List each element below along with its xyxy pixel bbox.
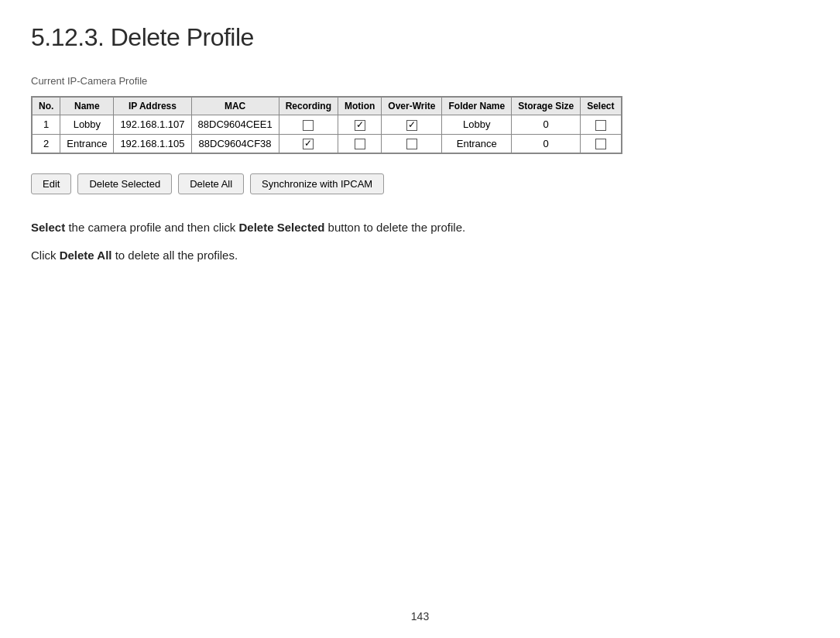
col-header-overwrite: Over-Write — [382, 98, 442, 115]
action-buttons-row: Edit Delete Selected Delete All Synchron… — [31, 173, 809, 194]
motion-checkbox[interactable] — [355, 120, 365, 131]
page-number: 143 — [411, 610, 429, 623]
select-bold: Select — [31, 221, 65, 234]
col-header-motion: Motion — [338, 98, 382, 115]
camera-profile-table: No. Name IP Address MAC Recording Motion… — [32, 97, 622, 153]
col-header-ip: IP Address — [114, 98, 191, 115]
cell-recording[interactable] — [279, 134, 338, 153]
cell-motion[interactable] — [338, 134, 382, 153]
motion-checkbox[interactable] — [355, 139, 365, 149]
description-line-1: Select the camera profile and then click… — [31, 218, 809, 238]
edit-button[interactable]: Edit — [31, 173, 71, 194]
table-row: 1Lobby192.168.1.10788DC9604CEE1Lobby0 — [33, 115, 622, 135]
camera-profile-table-container: No. Name IP Address MAC Recording Motion… — [31, 96, 622, 154]
delete-selected-button[interactable]: Delete Selected — [77, 173, 172, 194]
delete-selected-bold: Delete Selected — [239, 221, 325, 234]
table-row: 2Entrance192.168.1.10588DC9604CF38Entran… — [33, 134, 622, 153]
desc-text-1: the camera profile and then click — [68, 221, 238, 234]
overwrite-checkbox[interactable] — [406, 139, 417, 149]
cell-overwrite[interactable] — [382, 134, 442, 153]
cell-motion[interactable] — [338, 115, 382, 135]
cell-select[interactable] — [581, 134, 621, 153]
cell-storage: 0 — [512, 134, 581, 153]
cell-ip: 192.168.1.107 — [114, 115, 191, 135]
desc-text-4: to delete all the profiles. — [115, 249, 238, 262]
cell-no: 1 — [33, 115, 60, 135]
cell-mac: 88DC9604CEE1 — [191, 115, 279, 135]
cell-ip: 192.168.1.105 — [114, 134, 191, 153]
synchronize-button[interactable]: Synchronize with IPCAM — [250, 173, 384, 194]
cell-overwrite[interactable] — [382, 115, 442, 135]
recording-checkbox[interactable] — [303, 139, 314, 149]
cell-no: 2 — [33, 134, 60, 153]
col-header-select: Select — [581, 98, 621, 115]
cell-name: Entrance — [60, 134, 114, 153]
select-checkbox[interactable] — [595, 139, 606, 149]
col-header-recording: Recording — [279, 98, 338, 115]
cell-folder: Entrance — [442, 134, 512, 153]
col-header-folder: Folder Name — [442, 98, 512, 115]
cell-folder: Lobby — [442, 115, 512, 135]
cell-name: Lobby — [60, 115, 114, 135]
col-header-name: Name — [60, 98, 114, 115]
select-checkbox[interactable] — [595, 120, 606, 131]
desc-text-2: button to delete the profile. — [328, 221, 466, 234]
delete-all-button[interactable]: Delete All — [178, 173, 244, 194]
section-label: Current IP-Camera Profile — [31, 75, 809, 87]
cell-recording[interactable] — [279, 115, 338, 135]
desc-text-3: Click — [31, 249, 60, 262]
page-title: 5.12.3. Delete Profile — [31, 23, 809, 52]
description-line-2: Click Delete All to delete all the profi… — [31, 245, 809, 266]
cell-select[interactable] — [581, 115, 621, 135]
cell-storage: 0 — [512, 115, 581, 135]
recording-checkbox[interactable] — [303, 120, 314, 131]
col-header-mac: MAC — [191, 98, 279, 115]
delete-all-bold: Delete All — [60, 249, 112, 262]
cell-mac: 88DC9604CF38 — [191, 134, 279, 153]
col-header-no: No. — [33, 98, 60, 115]
overwrite-checkbox[interactable] — [406, 120, 417, 131]
col-header-storage: Storage Size — [512, 98, 581, 115]
description-block: Select the camera profile and then click… — [31, 218, 809, 265]
